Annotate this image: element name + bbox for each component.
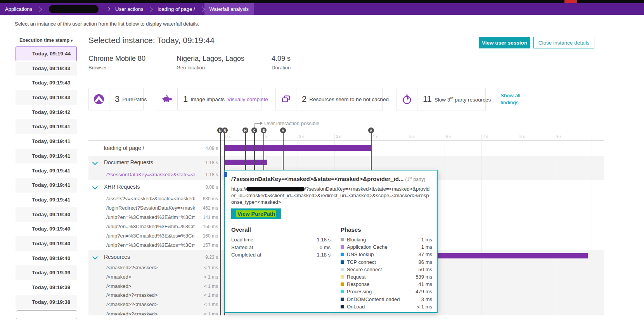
visually-complete-link[interactable]: Visually complete bbox=[227, 96, 268, 102]
purepaths-count: 3 bbox=[115, 94, 119, 104]
marker-bubble-R: R bbox=[222, 127, 228, 133]
phase-swatch bbox=[341, 268, 344, 271]
row-value: 630 ms bbox=[192, 196, 218, 201]
chevron-down-icon[interactable] bbox=[92, 184, 98, 189]
row-loading-of-page: loading of page / bbox=[104, 145, 144, 151]
list-item[interactable]: Today, 09:19:40 bbox=[16, 222, 77, 236]
list-item[interactable]: Today, 09:19:41 bbox=[16, 119, 77, 134]
geo-value: Nigeria, Lagos, Lagos bbox=[177, 55, 244, 63]
overall-row: Load time1.18 s bbox=[231, 236, 331, 244]
breadcrumb: Applications User actions loading of pag… bbox=[0, 3, 644, 15]
loading-of-page-bar[interactable] bbox=[224, 145, 371, 151]
xhr-request-row[interactable]: /unip?en=%3Cmasked%3E&tim=%3Cmas... bbox=[106, 214, 195, 220]
list-item[interactable]: Today, 09:19:42 bbox=[16, 105, 77, 120]
tick-label: 3 s bbox=[336, 134, 341, 139]
view-user-session-button[interactable]: View user session bbox=[479, 37, 530, 48]
tick-label: 5 s bbox=[409, 134, 414, 139]
breadcrumb-user-actions[interactable]: User actions bbox=[110, 3, 148, 15]
request-bar-fragment[interactable] bbox=[224, 172, 227, 177]
slow-third-party-count: 11 bbox=[423, 94, 432, 104]
user-interaction-annotation: User interaction possible bbox=[264, 121, 319, 126]
browser-meta: Chrome Mobile 80 Browser bbox=[88, 55, 145, 71]
slow-third-party-card[interactable]: 11 Slow 3rd party resources bbox=[396, 88, 486, 110]
list-item[interactable]: Today, 09:19:41 bbox=[16, 149, 77, 164]
list-item[interactable]: Today, 09:19:40 bbox=[16, 207, 77, 222]
breadcrumb-loading-of-page[interactable]: loading of page / bbox=[152, 3, 200, 15]
phase-row: Secure connect50 ms bbox=[341, 266, 432, 273]
overall-row: Started at0 ms bbox=[231, 244, 331, 251]
xhr-request-row[interactable]: /loginRedirect?SessionDataKey=<maske... bbox=[106, 205, 195, 211]
row-value: 157 ms bbox=[192, 243, 218, 248]
tick-label: 7 s bbox=[483, 134, 488, 139]
row-xhr-requests[interactable]: XHR Requests bbox=[104, 184, 140, 190]
resource-row[interactable]: /<masked>?<masked> bbox=[106, 301, 195, 307]
list-item[interactable]: Today, 09:19:40 bbox=[16, 236, 77, 251]
list-item[interactable]: Today, 09:19:41 bbox=[16, 193, 77, 207]
arrow-right-icon bbox=[260, 122, 263, 125]
marker-bubble-V: V bbox=[280, 127, 286, 133]
list-item[interactable]: Today, 09:19:43 bbox=[16, 90, 77, 105]
list-item[interactable]: Today, 09:19:43 bbox=[16, 61, 77, 76]
list-item[interactable]: Today, 09:19:41 bbox=[16, 178, 77, 193]
list-item[interactable]: Today, 09:19:40 bbox=[16, 251, 77, 266]
view-purepath-button[interactable]: View PurePath bbox=[231, 208, 281, 219]
resource-row[interactable]: /<masked>?<masked> bbox=[106, 265, 195, 270]
stopwatch-icon bbox=[397, 88, 417, 110]
execution-time-stamp-header[interactable]: Execution time stamp▾ bbox=[19, 38, 73, 43]
purepaths-label: PurePaths bbox=[122, 96, 147, 102]
show-all-findings-link[interactable]: Show all findings bbox=[500, 92, 537, 106]
list-item[interactable]: Today, 09:19:41 bbox=[16, 134, 77, 149]
resource-row[interactable]: /<masked> bbox=[106, 274, 195, 280]
list-item[interactable]: Today, 09:19:39 bbox=[16, 265, 77, 280]
resource-row[interactable]: /<masked> bbox=[106, 283, 195, 289]
marker-stem bbox=[220, 133, 221, 315]
list-item[interactable]: Today, 09:19:39 bbox=[16, 280, 77, 295]
list-footer-box[interactable] bbox=[16, 310, 77, 319]
chevron-right-icon bbox=[148, 7, 153, 12]
recording-indicator bbox=[564, 0, 577, 3]
xhr-request-row[interactable]: /unip?en=%3Cmasked%3E&tos=%3Cmas... bbox=[106, 242, 195, 248]
phase-row: Response41 ms bbox=[341, 281, 432, 288]
execution-time-stamp-label: Execution time stamp bbox=[19, 38, 69, 43]
tick-label: 2 s bbox=[299, 134, 304, 139]
list-item[interactable]: Today, 09:19:38 bbox=[16, 295, 77, 310]
phase-swatch bbox=[341, 298, 344, 301]
xhr-request-row[interactable]: /unip?en=%3Cmasked%3E&tim=%3Cmas... bbox=[106, 224, 195, 229]
overall-heading: Overall bbox=[231, 226, 331, 233]
phases-section: Phases Blocking1 ms Application Cache1 m… bbox=[341, 226, 432, 310]
image-impacts-label: Image impacts bbox=[190, 96, 225, 102]
gridline bbox=[555, 134, 555, 315]
resource-row[interactable]: /<masked>?<masked> bbox=[106, 292, 195, 298]
breadcrumb-applications[interactable]: Applications bbox=[0, 3, 37, 15]
duration-label: Duration bbox=[272, 65, 291, 71]
row-value: 1.18 s bbox=[192, 172, 218, 177]
annotation-line bbox=[254, 123, 260, 124]
image-impacts-card[interactable]: 1 Image impacts Visually complete bbox=[157, 88, 261, 110]
not-cached-card[interactable]: 2 Resources seem to be not cached bbox=[275, 88, 383, 110]
redaction-blob bbox=[246, 187, 305, 191]
purepaths-card[interactable]: 3 PurePaths bbox=[88, 88, 144, 110]
close-instance-details-button[interactable]: Close instance details bbox=[533, 37, 594, 48]
list-item[interactable]: Today, 09:19:41 bbox=[16, 164, 77, 178]
tick-label: 0 s bbox=[225, 134, 230, 139]
row-value: 462 ms bbox=[192, 205, 218, 211]
marker-stem bbox=[245, 133, 246, 170]
row-document-requests[interactable]: Document Requests bbox=[104, 159, 153, 165]
not-cached-count: 2 bbox=[302, 94, 306, 104]
list-item[interactable]: Today, 09:19:44 bbox=[16, 46, 77, 61]
intro-text: Select an instance of this user action f… bbox=[15, 21, 199, 27]
not-cached-label: Resources seem to be not cached bbox=[309, 96, 389, 102]
row-value: < 1 ms bbox=[192, 293, 218, 298]
row-value: 160 ms bbox=[192, 233, 218, 239]
request-link-sessiondatakey[interactable]: /?sessionDataKey=<masked>&state=<m... bbox=[106, 172, 195, 177]
xhr-request-row[interactable]: /unip?en=%3Cmasked%3E&tos=%3Cmas... bbox=[106, 233, 195, 239]
phase-row: Application Cache1 ms bbox=[341, 243, 432, 251]
time-axis-line bbox=[88, 140, 604, 141]
clip-cover bbox=[88, 315, 605, 334]
popup-url: https:///?sessionDataKey=<masked>&state=… bbox=[231, 186, 431, 205]
xhr-request-row[interactable]: /assets?v=<masked>&locale=<masked> bbox=[106, 196, 195, 201]
list-item[interactable]: Today, 09:19:43 bbox=[16, 76, 77, 90]
breadcrumb-application-masked[interactable] bbox=[42, 3, 106, 15]
row-resources[interactable]: Resources bbox=[104, 254, 130, 260]
row-value: < 1 ms bbox=[192, 284, 218, 289]
